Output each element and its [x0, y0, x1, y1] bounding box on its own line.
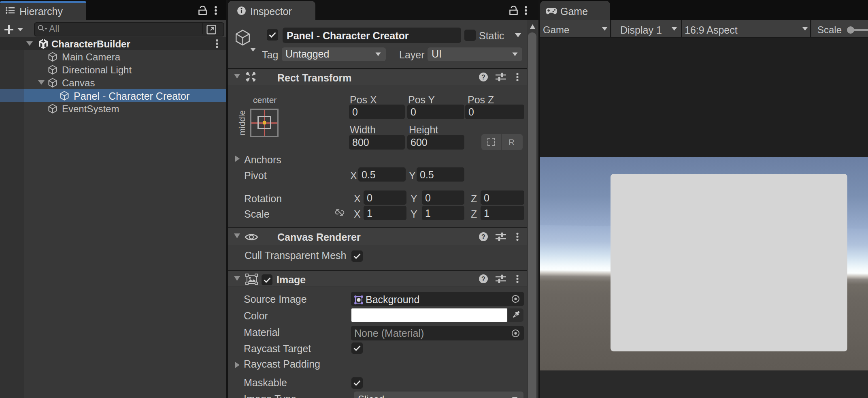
svg-text:?: ? [481, 74, 485, 81]
svg-text:?: ? [481, 233, 485, 240]
svg-text:?: ? [481, 276, 485, 282]
